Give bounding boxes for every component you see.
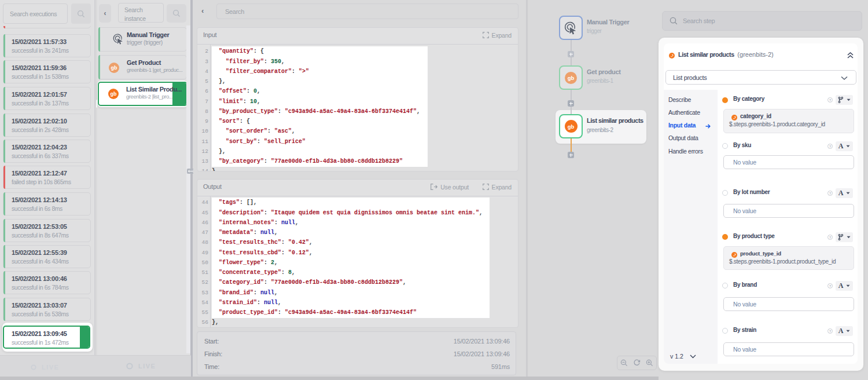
- svg-text:?: ?: [829, 144, 832, 148]
- svg-text:?: ?: [829, 329, 832, 332]
- svg-text:?: ?: [829, 98, 832, 101]
- svg-text:?: ?: [829, 191, 832, 195]
- svg-text:?: ?: [829, 284, 832, 287]
- svg-text:?: ?: [829, 235, 832, 239]
